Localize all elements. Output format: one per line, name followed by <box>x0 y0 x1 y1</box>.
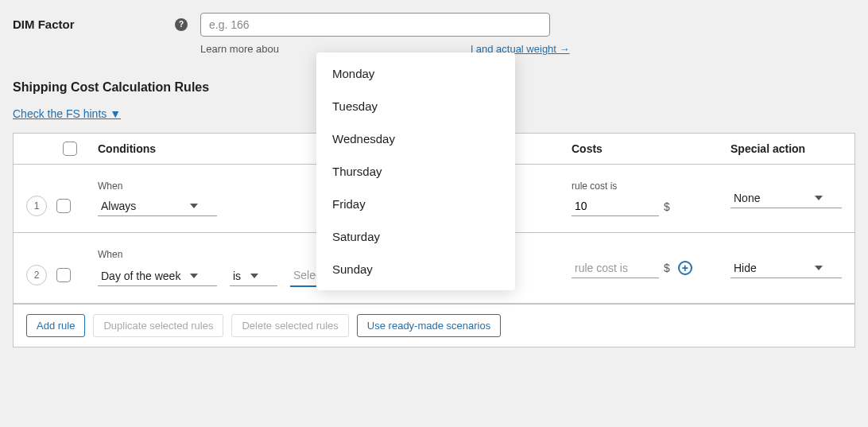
special-value: Hide <box>734 262 757 274</box>
when-value: Always <box>101 200 136 212</box>
dropdown-item-sunday[interactable]: Sunday <box>316 253 515 285</box>
dropdown-item-friday[interactable]: Friday <box>316 188 515 220</box>
dim-label-text: DIM Factor <box>13 17 75 31</box>
dropdown-item-wednesday[interactable]: Wednesday <box>316 122 515 155</box>
when-select[interactable]: Day of the week <box>98 266 217 286</box>
days-dropdown[interactable]: Monday Tuesday Wednesday Thursday Friday… <box>316 52 515 290</box>
dropdown-item-monday[interactable]: Monday <box>316 57 515 90</box>
duplicate-rules-button[interactable]: Duplicate selected rules <box>93 314 223 337</box>
chevron-down-icon <box>190 274 198 278</box>
dropdown-item-tuesday[interactable]: Tuesday <box>316 90 515 122</box>
special-action-select[interactable]: None <box>730 188 842 208</box>
add-rule-button[interactable]: Add rule <box>26 314 85 337</box>
cost-label: rule cost is <box>572 181 730 192</box>
rule-checkbox[interactable] <box>56 268 71 282</box>
fs-hints-link[interactable]: Check the FS hints ▼ <box>13 107 121 120</box>
currency-symbol: $ <box>664 262 670 274</box>
rule-number: 2 <box>26 265 47 285</box>
special-action-select[interactable]: Hide <box>730 258 842 278</box>
special-value: None <box>734 192 760 204</box>
select-all-checkbox[interactable] <box>63 142 77 156</box>
operator-value: is <box>233 270 241 282</box>
header-special: Special action <box>730 142 842 155</box>
dim-factor-input[interactable] <box>200 13 550 37</box>
rules-toolbar: Add rule Duplicate selected rules Delete… <box>13 305 855 347</box>
chevron-down-icon <box>815 196 823 200</box>
dropdown-item-thursday[interactable]: Thursday <box>316 155 515 188</box>
header-costs: Costs <box>572 142 730 155</box>
dim-hint-prefix: Learn more abou <box>200 43 279 55</box>
chevron-down-icon <box>815 266 823 270</box>
dim-factor-label: DIM Factor ? <box>13 13 188 31</box>
rule-checkbox[interactable] <box>56 199 71 213</box>
rule-number: 1 <box>26 196 47 216</box>
currency-symbol: $ <box>664 200 670 213</box>
operator-select[interactable]: is <box>230 266 277 286</box>
dim-factor-row: DIM Factor ? Learn more abou xxxxxxxxxxx… <box>13 13 855 55</box>
delete-rules-button[interactable]: Delete selected rules <box>231 314 348 337</box>
cost-input[interactable] <box>572 196 659 216</box>
chevron-down-icon <box>190 204 198 208</box>
cost-input[interactable] <box>572 258 659 278</box>
when-value: Day of the week <box>101 270 180 282</box>
help-icon[interactable]: ? <box>175 18 188 31</box>
chevron-down-icon <box>250 274 258 278</box>
ready-made-scenarios-button[interactable]: Use ready-made scenarios <box>357 314 501 337</box>
add-cost-icon[interactable]: + <box>678 261 692 275</box>
when-select[interactable]: Always <box>98 196 217 216</box>
dropdown-item-saturday[interactable]: Saturday <box>316 220 515 253</box>
